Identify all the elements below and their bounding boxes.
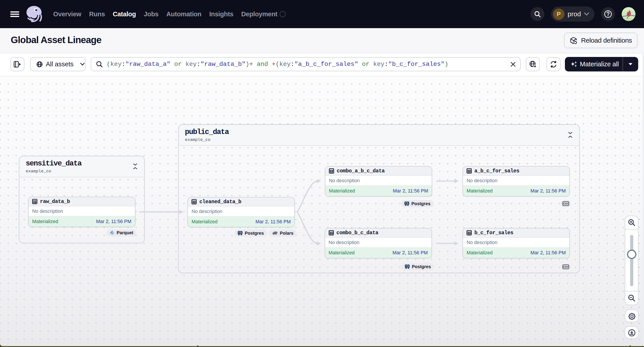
svg-text:CSV: CSV bbox=[563, 266, 568, 268]
svg-text:CSV: CSV bbox=[563, 202, 568, 205]
